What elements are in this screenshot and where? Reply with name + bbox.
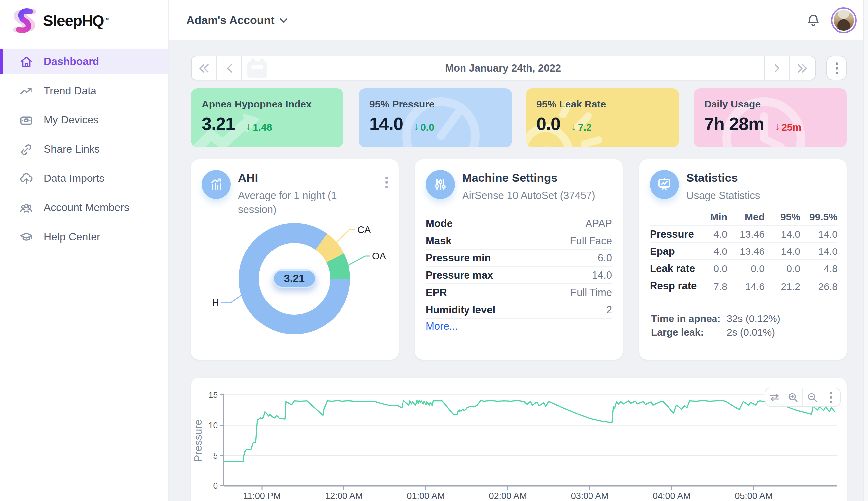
- table-row: Humidity level2: [426, 301, 612, 319]
- topbar: Adam's Account: [169, 0, 868, 41]
- table-row: Pressure max14.0: [426, 267, 612, 284]
- stat-delta-value: 0.0: [420, 121, 434, 132]
- kebab-icon: [835, 62, 838, 74]
- chart-zoom-in-button[interactable]: [784, 388, 803, 406]
- sliders-icon: [426, 170, 455, 199]
- svg-text:15: 15: [208, 390, 218, 400]
- stat-delta-value: 25m: [781, 121, 801, 132]
- date-next-button[interactable]: [765, 56, 790, 79]
- stat-card-leak-rate: 95% Leak Rate 0.0 ↓7.2: [526, 88, 679, 147]
- sidebar-item-trend-data[interactable]: Trend Data: [0, 78, 168, 104]
- card-subtitle: Average for 1 night (1 session): [238, 189, 374, 216]
- date-last-button[interactable]: [790, 56, 815, 79]
- zoom-in-icon: [788, 392, 799, 403]
- more-link[interactable]: More...: [426, 320, 458, 332]
- chevron-left-icon: [226, 63, 232, 73]
- table-row: EPRFull Time: [426, 284, 612, 301]
- date-display[interactable]: Mon January 24th, 2022: [242, 56, 765, 79]
- svg-text:04:00 AM: 04:00 AM: [653, 491, 691, 501]
- arrow-down-icon: ↓: [246, 120, 251, 134]
- chevrons-right-icon: [797, 63, 808, 73]
- pressure-chart-card: 05101511:00 PM12:00 AM01:00 AM02:00 AM03…: [191, 377, 847, 501]
- page-scrollbar[interactable]: [863, 0, 868, 501]
- sidebar-item-share-links[interactable]: Share Links: [0, 137, 168, 162]
- stat-value: 14.0: [369, 114, 403, 135]
- table-row: Leak rate 0.0 0.0 0.0 4.8: [650, 260, 837, 277]
- stat-title: 95% Leak Rate: [537, 98, 668, 109]
- current-date-label: Mon January 24th, 2022: [242, 56, 764, 79]
- statistics-card: Statistics Usage Statistics Min Med 95% …: [639, 159, 847, 360]
- stat-delta-value: 7.2: [578, 121, 592, 132]
- date-first-button[interactable]: [191, 56, 217, 79]
- chart-pan-button[interactable]: [765, 388, 784, 406]
- ahi-options-kebab-icon[interactable]: [385, 177, 388, 189]
- brand-name: SleepHQ: [43, 12, 104, 29]
- users-icon: [19, 200, 34, 215]
- table-row: Pressure min6.0: [426, 249, 612, 267]
- card-subtitle: AirSense 10 AutoSet (37457): [462, 189, 595, 202]
- account-label: Adam's Account: [186, 14, 275, 27]
- stat-title: Daily Usage: [704, 98, 836, 109]
- link-icon: [19, 142, 34, 157]
- stat-title: Apnea Hypopnea Index: [201, 98, 333, 109]
- stat-value: 3.21: [201, 114, 235, 135]
- chevrons-left-icon: [198, 63, 210, 73]
- card-title: AHI: [238, 170, 374, 185]
- cloud-upload-icon: [19, 171, 34, 186]
- donut-label-h: H: [212, 297, 219, 308]
- svg-text:02:00 AM: 02:00 AM: [489, 491, 527, 501]
- kebab-icon: [830, 391, 833, 403]
- chart-options-button[interactable]: [822, 388, 840, 406]
- sidebar-item-label: Trend Data: [44, 85, 97, 97]
- arrow-down-icon: ↓: [571, 120, 576, 134]
- table-row: Epap 4.0 13.46 14.0 14.0: [650, 243, 837, 260]
- sidebar-item-label: Dashboard: [44, 56, 99, 68]
- device-icon: [19, 113, 34, 128]
- usage-statistics-table: Min Med 95% 99.5% Pressure 4.0 13.46 14.…: [650, 209, 837, 295]
- notifications-bell-icon[interactable]: [806, 13, 821, 28]
- table-header-row: Min Med 95% 99.5%: [650, 209, 837, 226]
- ahi-center-value: 3.21: [273, 269, 316, 288]
- chart-bars-icon: [201, 170, 231, 199]
- sidebar-item-data-imports[interactable]: Data Imports: [0, 166, 168, 191]
- svg-text:05:00 AM: 05:00 AM: [735, 491, 772, 501]
- date-previous-button[interactable]: [217, 56, 242, 79]
- stat-delta-value: 1.48: [253, 121, 272, 132]
- home-icon: [19, 54, 34, 70]
- pressure-line-chart[interactable]: 05101511:00 PM12:00 AM01:00 AM02:00 AM03…: [191, 377, 847, 501]
- stat-title: 95% Pressure: [369, 98, 501, 109]
- brand-trademark: ™: [104, 17, 109, 23]
- chart-zoom-out-button[interactable]: [803, 388, 822, 406]
- account-switcher[interactable]: Adam's Account: [186, 0, 288, 41]
- table-row: Pressure 4.0 13.46 14.0 14.0: [650, 226, 837, 243]
- sidebar-item-dashboard[interactable]: Dashboard: [0, 49, 168, 74]
- sidebar: SleepHQ™ Dashboard Trend Data My Dev: [0, 0, 169, 501]
- sidebar-item-my-devices[interactable]: My Devices: [0, 107, 168, 133]
- chevron-down-icon: [280, 18, 288, 23]
- table-row: MaskFull Face: [426, 232, 612, 249]
- sidebar-item-label: Account Members: [44, 202, 129, 214]
- stat-value: 0.0: [537, 114, 560, 135]
- chevron-right-icon: [773, 63, 780, 73]
- transfer-arrows-icon: [769, 393, 780, 402]
- trend-icon: [19, 83, 34, 98]
- sidebar-item-label: My Devices: [44, 114, 98, 126]
- presentation-chart-icon: [650, 170, 679, 199]
- statistics-footer: Time in apnea:32s (0.12%) Large leak:2s …: [651, 311, 780, 339]
- sidebar-item-help-center[interactable]: Help Center: [0, 224, 168, 249]
- sidebar-item-account-members[interactable]: Account Members: [0, 195, 168, 220]
- sleephq-swoosh-icon: [10, 7, 39, 34]
- date-options-menu-button[interactable]: [826, 56, 847, 80]
- sleephq-dashboard: SleepHQ™ Dashboard Trend Data My Dev: [0, 0, 868, 501]
- machine-settings-table: ModeAPAP MaskFull Face Pressure min6.0 P…: [426, 215, 612, 319]
- svg-text:01:00 AM: 01:00 AM: [407, 491, 444, 501]
- donut-label-ca: CA: [358, 224, 371, 235]
- stat-card-ahi: Apnea Hypopnea Index 3.21 ↓1.48: [191, 88, 343, 147]
- svg-text:11:00 PM: 11:00 PM: [243, 491, 281, 501]
- zoom-out-icon: [807, 392, 817, 403]
- stat-card-daily-usage: Daily Usage 7h 28m ↓25m: [694, 88, 847, 147]
- arrow-down-icon: ↓: [414, 120, 419, 134]
- card-subtitle: Usage Statistics: [686, 189, 760, 202]
- app-logo[interactable]: SleepHQ™: [10, 7, 109, 34]
- user-avatar[interactable]: [831, 7, 857, 33]
